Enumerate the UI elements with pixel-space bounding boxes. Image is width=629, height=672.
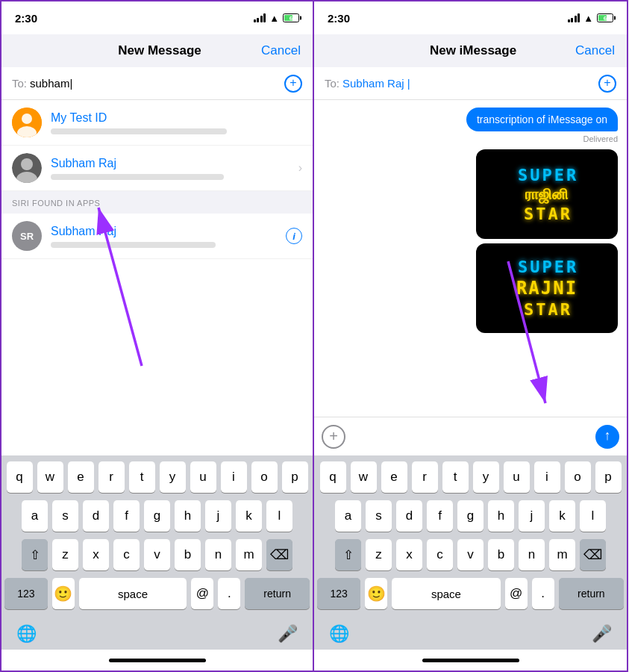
r-key-period[interactable]: .: [532, 578, 554, 609]
right-globe-icon[interactable]: 🌐: [329, 624, 349, 644]
key-w[interactable]: w: [37, 461, 63, 493]
key-f[interactable]: f: [113, 500, 140, 532]
key-v[interactable]: v: [144, 539, 170, 570]
key-t[interactable]: t: [129, 461, 155, 493]
r-key-space[interactable]: space: [392, 578, 501, 609]
r-key-s[interactable]: s: [366, 500, 392, 532]
r-key-m[interactable]: m: [549, 539, 575, 570]
left-add-recipient-button[interactable]: +: [284, 75, 302, 93]
key-b[interactable]: b: [175, 539, 201, 570]
globe-icon[interactable]: 🌐: [16, 624, 37, 644]
r-key-j[interactable]: j: [519, 500, 545, 532]
key-l[interactable]: l: [266, 500, 292, 532]
key-123[interactable]: 123: [4, 578, 48, 609]
r-key-q[interactable]: q: [320, 461, 346, 493]
left-to-input[interactable]: subham|: [30, 77, 284, 90]
key-e[interactable]: e: [68, 461, 94, 493]
r-key-l[interactable]: l: [580, 500, 606, 532]
send-button[interactable]: ↑: [595, 425, 619, 449]
right-to-field[interactable]: To: Subham Raj | +: [314, 67, 627, 100]
r-key-u[interactable]: u: [504, 461, 530, 493]
key-h[interactable]: h: [175, 500, 201, 532]
s2-star-letter-a: A: [548, 300, 558, 319]
chevron-right-icon: ›: [298, 161, 302, 175]
battery-icon: 6: [283, 13, 299, 22]
super-text-row: S U P E R: [518, 166, 576, 184]
r-key-v[interactable]: v: [457, 539, 484, 570]
key-d[interactable]: d: [83, 500, 109, 532]
keyboard-row-1: q w e r t y u i o p: [4, 461, 310, 493]
r-key-c[interactable]: c: [427, 539, 453, 570]
right-nav-title: New iMessage: [430, 43, 516, 58]
r-key-p[interactable]: p: [595, 461, 622, 493]
r-key-b[interactable]: b: [488, 539, 514, 570]
key-i[interactable]: i: [221, 461, 247, 493]
mic-icon[interactable]: 🎤: [278, 624, 298, 644]
r-key-i[interactable]: i: [534, 461, 560, 493]
r-key-n[interactable]: n: [519, 539, 545, 570]
r-key-shift[interactable]: ⇧: [335, 539, 361, 570]
key-delete[interactable]: ⌫: [266, 539, 292, 570]
contact-info-button[interactable]: i: [286, 228, 302, 244]
r-key-123[interactable]: 123: [317, 578, 360, 609]
wifi-icon: ▲: [269, 13, 279, 24]
contact-my-test-id[interactable]: My Test ID: [1, 100, 313, 146]
key-k[interactable]: k: [236, 500, 262, 532]
r-key-emoji[interactable]: 🙂: [365, 578, 387, 609]
r-key-k[interactable]: k: [549, 500, 575, 532]
key-g[interactable]: g: [144, 500, 170, 532]
key-a[interactable]: a: [22, 500, 48, 532]
contact-name-my-test-id: My Test ID: [51, 111, 302, 125]
contact-info-subham-raj-1: Subham Raj: [51, 157, 298, 180]
key-emoji[interactable]: 🙂: [52, 578, 75, 609]
key-x[interactable]: x: [83, 539, 109, 570]
r-key-d[interactable]: d: [396, 500, 422, 532]
key-space[interactable]: space: [79, 578, 187, 609]
left-to-field[interactable]: To: subham| +: [1, 67, 313, 100]
r-key-g[interactable]: g: [457, 500, 484, 532]
key-period[interactable]: .: [218, 578, 240, 609]
key-at[interactable]: @: [191, 578, 213, 609]
key-m[interactable]: m: [236, 539, 262, 570]
right-home-indicator: [314, 650, 627, 671]
r-key-r[interactable]: r: [412, 461, 438, 493]
r-key-z[interactable]: z: [366, 539, 392, 570]
key-q[interactable]: q: [7, 461, 33, 493]
r-key-x[interactable]: x: [396, 539, 422, 570]
right-add-recipient-button[interactable]: +: [598, 75, 616, 93]
superstar-text-1: S U P E R ராஜினி S T A R: [476, 149, 618, 239]
left-cancel-button[interactable]: Cancel: [261, 43, 301, 58]
key-return[interactable]: return: [245, 578, 310, 609]
key-u[interactable]: u: [190, 461, 216, 493]
contact-subham-raj-siri[interactable]: SR Subham Raj i: [1, 214, 313, 259]
left-nav-bar: New Message Cancel: [1, 34, 313, 67]
r-key-f[interactable]: f: [427, 500, 453, 532]
r-key-at[interactable]: @: [505, 578, 528, 609]
key-c[interactable]: c: [113, 539, 140, 570]
r-key-h[interactable]: h: [488, 500, 514, 532]
key-r[interactable]: r: [98, 461, 125, 493]
r-key-y[interactable]: y: [473, 461, 499, 493]
key-s[interactable]: s: [52, 500, 78, 532]
right-mic-icon[interactable]: 🎤: [592, 624, 612, 644]
key-p[interactable]: p: [282, 461, 308, 493]
key-shift[interactable]: ⇧: [22, 539, 48, 570]
right-cancel-button[interactable]: Cancel: [575, 43, 615, 58]
attachment-button[interactable]: +: [322, 425, 345, 449]
r-key-e[interactable]: e: [381, 461, 407, 493]
key-o[interactable]: o: [251, 461, 278, 493]
r-key-delete[interactable]: ⌫: [580, 539, 606, 570]
key-n[interactable]: n: [205, 539, 231, 570]
key-j[interactable]: j: [205, 500, 231, 532]
s2-letter-r: R: [566, 258, 576, 276]
right-to-input[interactable]: Subham Raj |: [342, 77, 598, 90]
key-y[interactable]: y: [160, 461, 186, 493]
r-key-o[interactable]: o: [565, 461, 591, 493]
key-z[interactable]: z: [52, 539, 78, 570]
r-key-a[interactable]: a: [335, 500, 361, 532]
r-key-t[interactable]: t: [442, 461, 469, 493]
r-key-w[interactable]: w: [351, 461, 377, 493]
contact-sub-subham-raj-siri: [51, 242, 216, 248]
contact-subham-raj-1[interactable]: Subham Raj ›: [1, 146, 313, 191]
r-key-return[interactable]: return: [559, 578, 624, 609]
